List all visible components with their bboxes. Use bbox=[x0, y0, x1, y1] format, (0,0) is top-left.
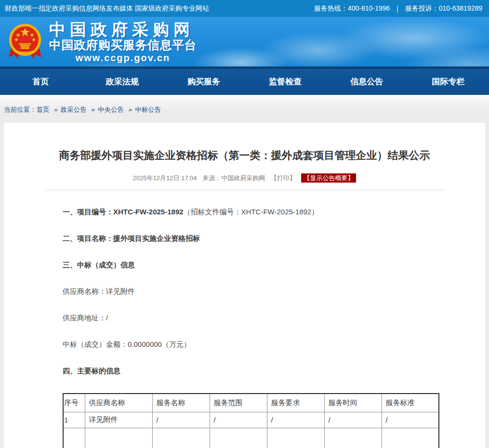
cell-service-scope bbox=[210, 428, 267, 448]
lot-info-table: 序号 供应商名称 服务名称 服务范围 服务要求 服务时间 服务标准 1 详见附件… bbox=[63, 393, 439, 448]
nav-item-purchase-services[interactable]: 购买服务 bbox=[163, 69, 244, 95]
breadcrumb-procurement-notices[interactable]: 政采公告 bbox=[61, 106, 87, 113]
breadcrumb-award-notices[interactable]: 中标公告 bbox=[135, 106, 161, 113]
paragraph-supplier-name: 供应商名称：详见附件 bbox=[63, 287, 439, 295]
divider bbox=[45, 190, 444, 190]
col-header-supplier: 供应商名称 bbox=[85, 394, 152, 412]
col-header-index: 序号 bbox=[63, 394, 85, 412]
col-header-service-scope: 服务范围 bbox=[210, 394, 267, 412]
site-slogan: 财政部唯一指定政府采购信息网络发布媒体 国家级政府采购专业网站 bbox=[5, 4, 209, 13]
paragraph-award-amount: 中标（成交）金额：0.0000000（万元） bbox=[63, 340, 439, 348]
breadcrumb-separator: » bbox=[54, 106, 58, 113]
paragraph-award-info-heading: 三、中标（成交）信息 bbox=[63, 261, 439, 269]
breadcrumb-band: 当前位置：首页 »政采公告 »中央公告 »中标公告 bbox=[0, 95, 489, 123]
table-row: 1 详见附件 / / / / / bbox=[63, 412, 439, 428]
table-header-row: 序号 供应商名称 服务名称 服务范围 服务要求 服务时间 服务标准 bbox=[63, 394, 439, 412]
article-source: 来源：中国政府采购网 bbox=[202, 174, 265, 182]
main-area: 商务部援外项目实施企业资格招标（第一类：援外成套项目管理企业）结果公示 2025… bbox=[0, 123, 489, 448]
logo-text: 中国政府采购网 中国政府购买服务信息平台 www.ccgp.gov.cn bbox=[49, 21, 197, 64]
nav-item-international[interactable]: 国际专栏 bbox=[408, 69, 489, 95]
nav-item-supervision[interactable]: 监督检查 bbox=[245, 69, 326, 95]
cell-service-standard: / bbox=[382, 412, 439, 428]
cell-service-requirements bbox=[267, 428, 324, 448]
col-header-service-standard: 服务标准 bbox=[382, 394, 439, 412]
col-header-service-name: 服务名称 bbox=[152, 394, 210, 412]
nav-item-home[interactable]: 首页 bbox=[0, 69, 81, 95]
national-emblem-icon bbox=[8, 22, 42, 63]
print-button[interactable]: 【打印】 bbox=[271, 174, 296, 182]
breadcrumb-home[interactable]: 首页 bbox=[37, 106, 50, 113]
breadcrumb: 当前位置：首页 »政采公告 »中央公告 »中标公告 bbox=[0, 95, 489, 114]
cell-supplier: 详见附件 bbox=[85, 412, 152, 428]
site-subtitle: 中国政府购买服务信息平台 bbox=[49, 38, 197, 52]
nav-item-regulations[interactable]: 政采法规 bbox=[81, 69, 163, 95]
col-header-service-requirements: 服务要求 bbox=[267, 394, 324, 412]
site-name: 中国政府采购网 bbox=[49, 21, 197, 38]
site-header: 中国政府采购网 中国政府购买服务信息平台 www.ccgp.gov.cn bbox=[0, 17, 489, 69]
nav-item-announcements[interactable]: 信息公告 bbox=[326, 69, 408, 95]
article-card: 商务部援外项目实施企业资格招标（第一类：援外成套项目管理企业）结果公示 2025… bbox=[4, 123, 485, 448]
cell-service-time bbox=[324, 428, 382, 448]
cell-service-standard bbox=[382, 428, 439, 448]
cell-service-requirements: / bbox=[267, 412, 324, 428]
paragraph-project-number: 一、项目编号：XHTC-FW-2025-1892（招标文件编号：XHTC-FW-… bbox=[63, 208, 439, 216]
topbar-separator: | bbox=[396, 5, 398, 13]
main-nav: 首页 政采法规 购买服务 监督检查 信息公告 国际专栏 bbox=[0, 69, 489, 95]
page-title: 商务部援外项目实施企业资格招标（第一类：援外成套项目管理企业）结果公示 bbox=[4, 123, 485, 163]
cell-service-scope: / bbox=[210, 412, 267, 428]
article-meta: 2025年12月12日 17:04 来源：中国政府采购网 【打印】 【显示公告概… bbox=[4, 174, 485, 183]
breadcrumb-prefix: 当前位置： bbox=[4, 106, 37, 113]
article-content: 一、项目编号：XHTC-FW-2025-1892（招标文件编号：XHTC-FW-… bbox=[63, 208, 439, 448]
cell-service-name bbox=[152, 428, 210, 448]
paragraph-supplier-address: 供应商地址：/ bbox=[63, 314, 439, 322]
paragraph-lot-info-heading: 四、主要标的信息 bbox=[63, 367, 439, 375]
service-complaint: 服务投诉：010-63819289 bbox=[405, 4, 482, 13]
publish-date: 2025年12月12日 17:04 bbox=[133, 174, 197, 182]
site-url: www.ccgp.gov.cn bbox=[49, 52, 197, 64]
topbar: 财政部唯一指定政府采购信息网络发布媒体 国家级政府采购专业网站 服务热线：400… bbox=[0, 0, 489, 17]
paragraph-project-name: 二、项目名称：援外项目实施企业资格招标 bbox=[63, 234, 439, 242]
breadcrumb-central-notices[interactable]: 中央公告 bbox=[98, 106, 124, 113]
cell-service-time: / bbox=[324, 412, 382, 428]
show-summary-button[interactable]: 【显示公告概要】 bbox=[301, 173, 356, 183]
cell-index bbox=[63, 428, 85, 448]
site-logo[interactable]: 中国政府采购网 中国政府购买服务信息平台 www.ccgp.gov.cn bbox=[8, 21, 197, 64]
table-row-empty bbox=[63, 428, 439, 448]
breadcrumb-separator: » bbox=[92, 106, 95, 113]
topbar-contacts: 服务热线：400-810-1996 | 服务投诉：010-63819289 bbox=[314, 4, 484, 13]
col-header-service-time: 服务时间 bbox=[324, 394, 382, 412]
cell-supplier bbox=[85, 428, 152, 448]
service-hotline: 服务热线：400-810-1996 bbox=[314, 4, 390, 13]
cell-service-name: / bbox=[152, 412, 210, 428]
cell-index: 1 bbox=[63, 412, 85, 428]
breadcrumb-separator: » bbox=[129, 106, 132, 113]
